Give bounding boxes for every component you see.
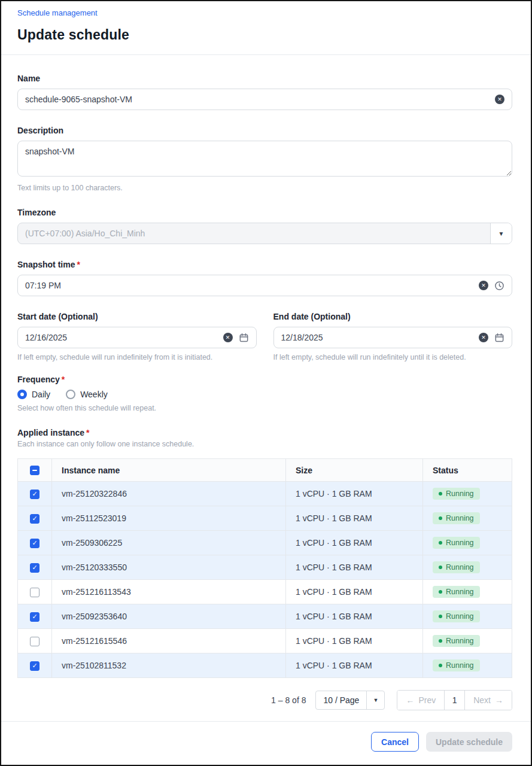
applied-instance-helper: Each instance can only follow one instan… <box>17 440 512 448</box>
instance-size-cell: 1 vCPU · 1 GB RAM <box>286 482 423 506</box>
applied-instance-label: Applied instance* <box>17 428 512 437</box>
description-label: Description <box>17 126 512 135</box>
frequency-field: Frequency* DailyWeekly Select how often … <box>17 375 512 412</box>
page-title: Update schedule <box>17 27 512 43</box>
table-row: vm-2512161135431 vCPU · 1 GB RAMRunning <box>18 580 512 604</box>
arrow-left-icon: ← <box>406 695 414 705</box>
instance-name-cell: vm-25102811532 <box>52 653 286 678</box>
current-page-button[interactable]: 1 <box>444 691 464 710</box>
end-date-input[interactable] <box>281 333 473 342</box>
row-checkbox[interactable] <box>30 588 39 597</box>
end-date-helper: If left empty, schedule will run indefin… <box>273 353 513 361</box>
description-input[interactable]: snapshot-VM <box>17 141 512 177</box>
timezone-field: Timezone (UTC+07:00) Asia/Ho_Chi_Minh ▼ <box>17 208 512 244</box>
row-checkbox[interactable]: ✓ <box>30 539 39 548</box>
description-helper: Text limits up to 100 characters. <box>17 184 512 192</box>
instance-status-cell: Running <box>423 506 512 531</box>
applied-instance-section: Applied instance* Each instance can only… <box>17 428 512 710</box>
update-schedule-page: Schedule management Update schedule Name… <box>0 0 532 766</box>
frequency-helper: Select how often this schedule will repe… <box>17 404 512 412</box>
timezone-value: (UTC+07:00) Asia/Ho_Chi_Minh <box>18 223 490 244</box>
frequency-radio-weekly[interactable]: Weekly <box>66 390 108 399</box>
instance-status-cell: Running <box>423 555 512 580</box>
snapshot-time-label: Snapshot time* <box>17 260 512 269</box>
column-header-status: Status <box>423 459 512 482</box>
pager: ←Prev 1 Next→ <box>397 690 512 710</box>
prev-page-button[interactable]: ←Prev <box>397 691 444 710</box>
status-dot-icon <box>439 639 442 643</box>
frequency-label: Frequency* <box>17 375 512 384</box>
instance-status-cell: Running <box>423 629 512 653</box>
start-date-input-wrap: ✕ <box>17 327 257 348</box>
date-range-fields: Start date (Optional) ✕ If left empty, s… <box>17 312 512 361</box>
footer-actions: Cancel Update schedule <box>1 722 531 766</box>
status-badge: Running <box>433 537 480 549</box>
instance-status-cell: Running <box>423 604 512 629</box>
table-row: vm-251216155461 vCPU · 1 GB RAMRunning <box>18 629 512 653</box>
instance-table-body: ✓vm-251203228461 vCPU · 1 GB RAMRunning✓… <box>18 482 512 678</box>
start-date-field: Start date (Optional) ✕ If left empty, s… <box>17 312 257 361</box>
instance-name-cell: vm-2509306225 <box>52 531 286 555</box>
table-row: ✓vm-250923536401 vCPU · 1 GB RAMRunning <box>18 604 512 629</box>
snapshot-time-field: Snapshot time* ✕ <box>17 260 512 296</box>
description-field: Description snapshot-VM Text limits up t… <box>17 126 512 192</box>
chevron-down-icon[interactable]: ▼ <box>490 223 512 244</box>
row-checkbox[interactable]: ✓ <box>30 514 39 524</box>
instance-status-cell: Running <box>423 531 512 555</box>
row-checkbox[interactable] <box>30 637 39 646</box>
clear-icon[interactable]: ✕ <box>479 333 488 342</box>
table-row: ✓vm-251203335501 vCPU · 1 GB RAMRunning <box>18 555 512 580</box>
timezone-label: Timezone <box>17 208 512 217</box>
instance-size-cell: 1 vCPU · 1 GB RAM <box>286 580 423 604</box>
instance-name-cell: vm-25120322846 <box>52 482 286 506</box>
clock-icon[interactable] <box>494 281 504 291</box>
row-checkbox[interactable]: ✓ <box>30 490 39 499</box>
update-schedule-button[interactable]: Update schedule <box>426 732 512 752</box>
calendar-icon[interactable] <box>494 333 504 343</box>
clear-icon[interactable]: ✕ <box>479 281 488 290</box>
radio-icon <box>17 390 27 399</box>
required-asterisk: * <box>86 428 89 437</box>
status-badge: Running <box>433 488 480 500</box>
status-badge: Running <box>433 586 480 598</box>
cancel-button[interactable]: Cancel <box>371 732 419 752</box>
status-dot-icon <box>439 492 442 496</box>
snapshot-time-input-wrap: ✕ <box>17 275 512 296</box>
status-dot-icon <box>439 615 442 618</box>
pagination: 1 – 8 of 8 10 / Page ▼ ←Prev 1 Next→ <box>17 690 512 710</box>
start-date-input[interactable] <box>25 333 217 342</box>
name-input[interactable] <box>25 95 489 104</box>
table-header-row: Instance name Size Status <box>18 459 512 482</box>
instance-size-cell: 1 vCPU · 1 GB RAM <box>286 506 423 531</box>
name-input-wrap: ✕ <box>17 89 512 110</box>
table-row: ✓vm-251203228461 vCPU · 1 GB RAMRunning <box>18 482 512 506</box>
instance-name-cell: vm-25120333550 <box>52 555 286 580</box>
frequency-radio-daily[interactable]: Daily <box>17 390 50 399</box>
table-row: ✓vm-251028115321 vCPU · 1 GB RAMRunning <box>18 653 512 678</box>
instance-size-cell: 1 vCPU · 1 GB RAM <box>286 555 423 580</box>
chevron-down-icon[interactable]: ▼ <box>366 691 384 709</box>
clear-icon[interactable]: ✕ <box>495 95 504 104</box>
column-header-instance-name: Instance name <box>52 459 286 482</box>
page-header: Schedule management Update schedule <box>1 1 531 43</box>
timezone-select[interactable]: (UTC+07:00) Asia/Ho_Chi_Minh ▼ <box>17 223 512 244</box>
page-size-select[interactable]: 10 / Page ▼ <box>315 691 385 710</box>
name-label: Name <box>17 74 512 83</box>
status-dot-icon <box>439 590 442 594</box>
status-dot-icon <box>439 664 442 667</box>
clear-icon[interactable]: ✕ <box>223 333 233 342</box>
row-checkbox[interactable]: ✓ <box>30 563 39 573</box>
row-checkbox[interactable]: ✓ <box>30 661 39 671</box>
table-row: ✓vm-25093062251 vCPU · 1 GB RAMRunning <box>18 531 512 555</box>
page-size-value: 10 / Page <box>316 691 366 709</box>
calendar-icon[interactable] <box>239 333 249 343</box>
required-asterisk: * <box>77 260 80 269</box>
next-page-button[interactable]: Next→ <box>464 691 512 710</box>
status-dot-icon <box>439 566 442 569</box>
status-dot-icon <box>439 516 442 520</box>
instance-name-cell: vm-251216113543 <box>52 580 286 604</box>
snapshot-time-input[interactable] <box>25 281 473 290</box>
select-all-checkbox[interactable] <box>30 466 39 475</box>
row-checkbox[interactable]: ✓ <box>30 612 39 622</box>
breadcrumb-link[interactable]: Schedule management <box>17 8 98 17</box>
